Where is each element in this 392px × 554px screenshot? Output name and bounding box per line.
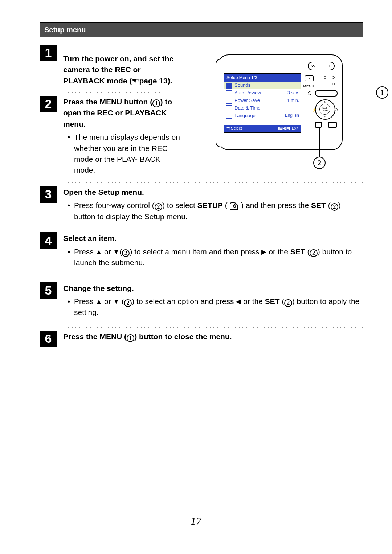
ref-2-icon: 2 xyxy=(310,249,317,257)
up-arrow-icon: ▲ xyxy=(96,297,102,307)
callout-1-icon: 1 xyxy=(376,86,388,99)
ref-1-icon: 1 xyxy=(127,334,134,342)
step-number: 3 xyxy=(40,186,57,203)
step-number: 2 xyxy=(40,96,57,112)
setup-tab-icon: ⚙ xyxy=(229,201,239,209)
up-arrow-icon: ▲ xyxy=(96,247,102,257)
step-bullets: Press ▲ or ▼(2) to select a menu item an… xyxy=(63,246,361,268)
step-heading: Change the setting. xyxy=(63,284,134,292)
page-ref-icon: ☞ xyxy=(132,75,139,87)
step-bullets: The menu displays depends on whether you… xyxy=(63,132,183,176)
step-body: Change the setting. Press ▲ or ▼ (2) to … xyxy=(63,282,363,320)
down-arrow-icon: ▼ xyxy=(113,297,120,307)
step-body: Press the MENU button (1) to open the RE… xyxy=(63,96,185,177)
step-body: Select an item. Press ▲ or ▼(2) to selec… xyxy=(63,232,363,270)
dotted-rule xyxy=(63,227,363,231)
right-arrow-icon: ▶ xyxy=(261,247,266,257)
step-heading: Open the Setup menu. xyxy=(63,188,144,196)
bullet-item: Press four-way control (2) to select SET… xyxy=(74,200,361,222)
step-6: 6 Press the MENU (1) button to close the… xyxy=(40,331,363,347)
step-heading: Press the MENU (1) button to close the m… xyxy=(63,332,232,341)
dotted-rule xyxy=(63,91,165,94)
dotted-rule xyxy=(63,325,363,329)
step-number: 5 xyxy=(40,282,57,299)
section-header: Setup menu xyxy=(40,23,363,37)
bullet-item: Press ▲ or ▼ (2) to select an option and… xyxy=(74,296,361,318)
step-number: 6 xyxy=(40,331,57,347)
dotted-rule xyxy=(63,277,363,281)
bullet-item: The menu displays depends on whether you… xyxy=(74,132,183,176)
step-heading: Press the MENU button (1) to open the RE… xyxy=(63,98,172,128)
steps-list: 1 Turn the power on, and set the camera … xyxy=(40,45,363,347)
step-bullets: Press ▲ or ▼ (2) to select an option and… xyxy=(63,296,361,318)
step-bullets: Press four-way control (2) to select SET… xyxy=(63,200,361,222)
manual-page: Setup menu Setup Menu 1/3 Sounds Auto Re… xyxy=(0,0,392,554)
svg-text:⚙: ⚙ xyxy=(233,204,237,209)
step-1: 1 Turn the power on, and set the camera … xyxy=(40,45,363,87)
step-heading: Turn the power on, and set the camera to… xyxy=(63,54,173,85)
down-arrow-icon: ▼ xyxy=(113,247,120,257)
step-2: 2 Press the MENU button (1) to open the … xyxy=(40,96,363,177)
left-arrow-icon: ◀ xyxy=(236,297,241,307)
ref-2-icon: 2 xyxy=(284,299,292,307)
step-3: 3 Open the Setup menu. Press four-way co… xyxy=(40,186,363,223)
ref-2-icon: 2 xyxy=(122,249,130,257)
ref-2-icon: 2 xyxy=(155,203,162,211)
step-body: Turn the power on, and set the camera to… xyxy=(63,45,185,87)
ref-2-icon: 2 xyxy=(124,299,132,307)
step-heading: Select an item. xyxy=(63,234,117,242)
page-number: 17 xyxy=(0,513,392,529)
step-5: 5 Change the setting. Press ▲ or ▼ (2) t… xyxy=(40,282,363,320)
step-number: 4 xyxy=(40,232,57,249)
step-number: 1 xyxy=(40,45,57,61)
step-body: Open the Setup menu. Press four-way cont… xyxy=(63,186,363,223)
ref-1-icon: 1 xyxy=(152,99,160,107)
dotted-rule xyxy=(63,48,165,52)
step-4: 4 Select an item. Press ▲ or ▼(2) to sel… xyxy=(40,232,363,270)
ref-2-icon: 2 xyxy=(331,203,338,211)
bullet-item: Press ▲ or ▼(2) to select a menu item an… xyxy=(74,246,361,268)
dotted-rule xyxy=(63,181,363,185)
step-body: Press the MENU (1) button to close the m… xyxy=(63,331,363,342)
